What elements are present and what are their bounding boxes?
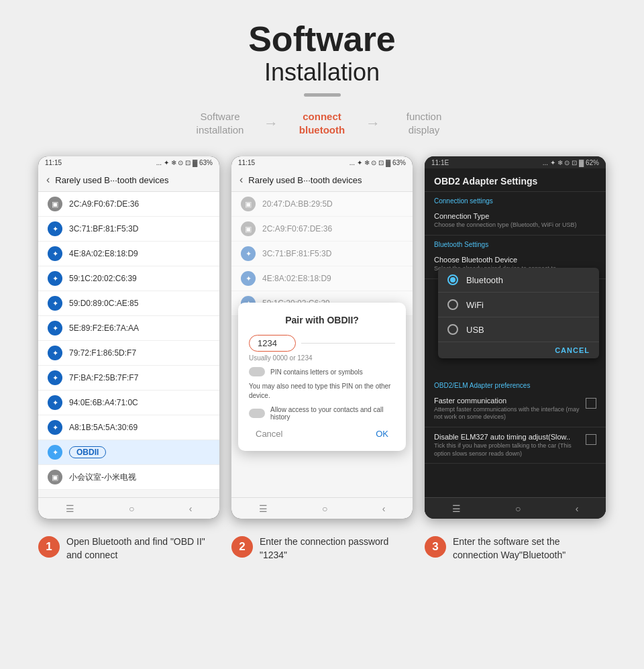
list-item[interactable]: ✦ A8:1B:5A:5A:30:69 xyxy=(38,415,219,440)
phone2-time: 11:15 xyxy=(238,159,255,166)
phones-row: 11:15 ... ✦ ❄ ⊙ ⊡ ▓ 63% ‹ Rarely used B·… xyxy=(13,156,631,519)
back-icon[interactable]: ‹ xyxy=(189,503,193,514)
header-divider xyxy=(304,93,341,97)
dialog-title: Pair with OBDII? xyxy=(249,315,395,325)
dropdown-item-bluetooth[interactable]: Bluetooth xyxy=(438,268,599,293)
settings-row-elm327[interactable]: Disable ELM327 auto timing adjust(Slow..… xyxy=(425,427,606,464)
dropdown-cancel-button[interactable]: CANCEL xyxy=(555,346,590,354)
device-name: 小会议室-小米电视 xyxy=(69,472,136,483)
settings-row-title: Connection Type xyxy=(434,212,596,220)
device-name-obdii: OBDII xyxy=(69,446,106,458)
list-item[interactable]: ▣ 2C:A9:F0:67:DE:36 xyxy=(38,192,219,217)
list-item: ✦ 4E:8A:02:E8:18:D9 xyxy=(231,266,413,291)
step-label-1: Softwareinstallation xyxy=(183,110,257,136)
device-name: 2C:A9:F0:67:DE:36 xyxy=(262,224,332,234)
pin-toggle-label: PIN contains letters or symbols xyxy=(270,368,363,376)
phone1-device-list: ▣ 2C:A9:F0:67:DE:36 ✦ 3C:71:BF:81:F5:3D … xyxy=(38,192,219,497)
dropdown-item-wifi[interactable]: WiFi xyxy=(438,293,599,317)
device-name: 4E:8A:02:E8:18:D9 xyxy=(69,249,138,258)
list-item[interactable]: ✦ 4E:8A:02:E8:18:D9 xyxy=(38,242,219,266)
usb-radio[interactable] xyxy=(447,324,458,335)
settings-row-bt-title: Choose Bluetooth Device xyxy=(434,256,596,264)
step-number-2: 2 xyxy=(231,536,253,558)
settings-elm-title: Disable ELM327 auto timing adjust(Slow.. xyxy=(434,433,580,441)
home-icon[interactable]: ○ xyxy=(129,503,134,514)
list-item[interactable]: ✦ 79:72:F1:86:5D:F7 xyxy=(38,341,219,366)
dialog-info-text: You may also need to type this PIN on th… xyxy=(249,382,395,401)
pin-input[interactable] xyxy=(249,335,296,352)
settings-row-sub: Choose the connection type (Bluetooth, W… xyxy=(434,221,596,229)
device-name: 4E:8A:02:E8:18:D9 xyxy=(262,274,331,283)
phone1-back-icon[interactable]: ‹ xyxy=(46,174,50,186)
menu-icon[interactable]: ☰ xyxy=(452,503,461,514)
dialog-ok-button[interactable]: OK xyxy=(369,426,395,442)
phone1-nav-title: Rarely used B···tooth devices xyxy=(55,175,168,185)
steps-descriptions: 1 Open Bluetooth and find "OBD II" and c… xyxy=(13,535,631,562)
step-label-2: connectbluetooth xyxy=(285,110,359,136)
device-icon-bt: ✦ xyxy=(48,420,62,435)
device-icon-bt: ✦ xyxy=(48,395,62,410)
device-name: 7F:BA:F2:5B:7F:F7 xyxy=(69,373,138,382)
wifi-radio[interactable] xyxy=(447,299,458,310)
phone2-nav: ‹ Rarely used B···tooth devices xyxy=(231,168,413,192)
list-item[interactable]: ✦ 5E:89:F2:E6:7A:AA xyxy=(38,316,219,341)
header: Software Installation xyxy=(13,20,631,97)
device-icon-bt: ✦ xyxy=(241,246,256,261)
pin-toggle[interactable] xyxy=(249,367,265,376)
device-icon-square: ▣ xyxy=(241,221,256,236)
dropdown-item-usb[interactable]: USB xyxy=(438,317,599,342)
phone1-icons: ... ✦ ❄ ⊙ ⊡ ▓ 63% xyxy=(156,159,213,166)
list-item[interactable]: ✦ 94:0E:6B:A4:71:0C xyxy=(38,391,219,415)
device-name: 94:0E:6B:A4:71:0C xyxy=(69,398,138,407)
phone3-icons: ... ✦ ❄ ⊙ ⊡ ▓ 62% xyxy=(543,159,599,166)
step-number-1: 1 xyxy=(38,536,60,558)
list-item-obdii[interactable]: ✦ OBDII xyxy=(38,440,219,465)
list-item[interactable]: ✦ 3C:71:BF:81:F5:3D xyxy=(38,217,219,242)
phone-3: 11:1E ... ✦ ❄ ⊙ ⊡ ▓ 62% OBD2 Adapter Set… xyxy=(425,156,606,519)
bluetooth-radio-inner xyxy=(450,277,455,282)
list-item[interactable]: ✦ 7F:BA:F2:5B:7F:F7 xyxy=(38,366,219,391)
settings-section-connection: Connection settings xyxy=(425,192,606,207)
device-name: 2C:A9:F0:67:DE:36 xyxy=(69,199,139,209)
home-icon[interactable]: ○ xyxy=(322,503,327,514)
dialog-cancel-button[interactable]: Cancel xyxy=(249,426,289,442)
step-label-3: functiondisplay xyxy=(387,110,461,136)
wifi-option-label: WiFi xyxy=(466,300,484,310)
back-icon[interactable]: ‹ xyxy=(576,503,579,514)
phone-2: 11:15 ... ✦ ❄ ⊙ ⊡ ▓ 63% ‹ Rarely used B·… xyxy=(231,156,413,519)
faster-comm-checkbox[interactable] xyxy=(586,398,596,409)
list-item: ▣ 20:47:DA:BB:29:5D xyxy=(231,192,413,217)
device-icon-square: ▣ xyxy=(48,470,62,484)
step-desc-2: 2 Enter the connection password "1234" xyxy=(231,535,413,562)
phone2-screen: ‹ Rarely used B···tooth devices ▣ 20:47:… xyxy=(231,168,413,497)
elm327-checkbox[interactable] xyxy=(586,434,596,445)
page-wrapper: Software Installation Softwareinstallati… xyxy=(0,0,644,669)
settings-row-faster-comm[interactable]: Faster communication Attempt faster comm… xyxy=(425,391,606,427)
phone2-back-icon[interactable]: ‹ xyxy=(239,174,243,186)
device-icon-square: ▣ xyxy=(48,197,62,211)
home-icon[interactable]: ○ xyxy=(515,503,521,514)
device-icon-bt: ✦ xyxy=(48,321,62,336)
back-icon[interactable]: ‹ xyxy=(382,503,386,514)
contacts-toggle-label: Allow access to your contacts and call h… xyxy=(270,406,395,421)
list-item[interactable]: ✦ 59:1C:20:02:C6:39 xyxy=(38,266,219,291)
settings-elm-text: Disable ELM327 auto timing adjust(Slow..… xyxy=(434,433,586,458)
device-name: 59:1C:20:02:C6:39 xyxy=(69,274,137,283)
step-arrow-2: → xyxy=(366,116,380,131)
phone3-screen: OBD2 Adapter Settings Connection setting… xyxy=(425,168,606,497)
menu-icon[interactable]: ☰ xyxy=(259,503,268,514)
list-item[interactable]: ✦ 59:D0:89:0C:AE:85 xyxy=(38,291,219,316)
dialog-toggle-row-1: PIN contains letters or symbols xyxy=(249,367,395,376)
device-name: 3C:71:BF:81:F5:3D xyxy=(262,249,331,258)
connection-type-dropdown: Bluetooth WiFi USB CANCEL xyxy=(438,268,599,358)
list-item[interactable]: ▣ 小会议室-小米电视 xyxy=(38,465,219,490)
settings-elm-sub: Tick this if you have problem talking to… xyxy=(434,442,580,458)
device-name: 5E:89:F2:E6:7A:AA xyxy=(69,323,139,333)
phone2-bottom-nav: ☰ ○ ‹ xyxy=(231,497,413,519)
bluetooth-radio[interactable] xyxy=(447,274,458,285)
settings-row-connection-type[interactable]: Connection Type Choose the connection ty… xyxy=(425,207,606,236)
phone1-bottom-nav: ☰ ○ ‹ xyxy=(38,497,219,519)
contacts-toggle[interactable] xyxy=(249,409,265,418)
settings-faster-title: Faster communication xyxy=(434,397,580,405)
menu-icon[interactable]: ☰ xyxy=(66,503,74,514)
